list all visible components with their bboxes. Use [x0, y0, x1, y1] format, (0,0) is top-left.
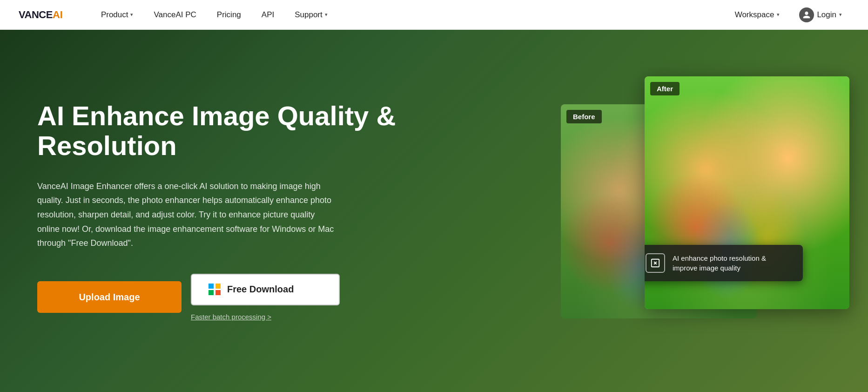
nav-support[interactable]: Support ▾ [284, 0, 338, 30]
hero-description: VanceAI Image Enhancer offers a one-clic… [37, 179, 335, 250]
windows-icon [209, 284, 221, 296]
workspace-button[interactable]: Workspace ▾ [727, 6, 787, 24]
chevron-down-icon: ▾ [325, 12, 328, 18]
nav-vanceai-pc[interactable]: VanceAI PC [143, 0, 206, 30]
logo-vance-text: VANCE [19, 9, 53, 21]
chevron-down-icon: ▾ [130, 12, 133, 18]
logo-ai-text: AI [53, 9, 63, 21]
logo[interactable]: VANCE AI [19, 9, 63, 21]
enhance-icon [646, 253, 665, 273]
batch-area: Faster batch processing > [191, 313, 340, 321]
hero-section: AI Enhance Image Quality & Resolution Va… [0, 30, 868, 392]
nav-product[interactable]: Product ▾ [91, 0, 144, 30]
nav-pricing[interactable]: Pricing [207, 0, 251, 30]
nav-api[interactable]: API [251, 0, 284, 30]
tooltip-text: AI enhance photo resolution & improve im… [673, 253, 793, 273]
before-label: Before [566, 110, 602, 123]
hero-content: AI Enhance Image Quality & Resolution Va… [37, 101, 410, 321]
upload-image-button[interactable]: Upload Image [37, 281, 182, 313]
navbar: VANCE AI Product ▾ VanceAI PC Pricing AP… [0, 0, 868, 30]
nav-links: Product ▾ VanceAI PC Pricing API Support… [91, 0, 727, 30]
nav-right: Workspace ▾ Login ▾ [727, 6, 849, 24]
chevron-down-icon: ▾ [839, 12, 842, 18]
free-download-button[interactable]: Free Download [191, 274, 340, 305]
chevron-down-icon: ▾ [777, 12, 780, 18]
faster-batch-processing-link[interactable]: Faster batch processing > [191, 313, 340, 321]
hero-buttons: Upload Image Free Download Faster batch … [37, 274, 410, 321]
login-button[interactable]: Login ▾ [792, 6, 849, 24]
avatar-icon [799, 7, 814, 22]
hero-title: AI Enhance Image Quality & Resolution [37, 101, 410, 161]
image-tooltip: AI enhance photo resolution & improve im… [645, 245, 803, 281]
hero-image-comparison: Before After AI enhance photo resolution… [561, 76, 849, 337]
after-image: After AI enhance photo resolution & impr… [645, 76, 849, 309]
after-label: After [650, 82, 680, 95]
